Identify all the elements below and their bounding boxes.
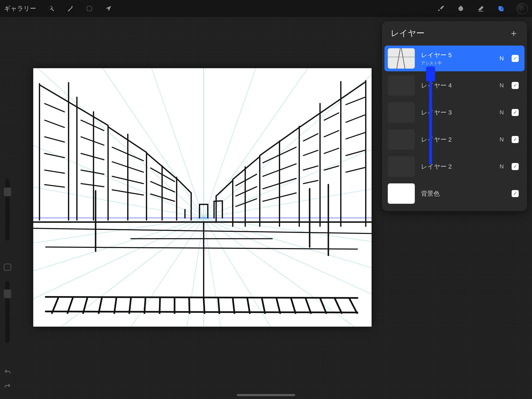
- undo-button[interactable]: [4, 369, 11, 377]
- svg-line-80: [145, 298, 146, 313]
- layer-name-label: レイヤー 4: [421, 81, 492, 90]
- layer-assist-label: アシスト中: [421, 60, 492, 66]
- left-sidebar: [1, 179, 14, 343]
- wrench-icon[interactable]: [47, 4, 55, 13]
- layers-icon[interactable]: [497, 4, 505, 13]
- gallery-button[interactable]: ギャラリー: [4, 4, 36, 13]
- layer-thumbnail[interactable]: [388, 75, 415, 96]
- brush-icon[interactable]: [437, 4, 445, 13]
- redo-button[interactable]: [4, 383, 11, 391]
- brush-size-slider[interactable]: [5, 179, 10, 241]
- layer-row[interactable]: レイヤー 5アシスト中N✓: [385, 45, 525, 71]
- layers-panel: レイヤー ＋ レイヤー 5アシスト中N✓レイヤー 4N✓レイヤー 3N✓レイヤー…: [382, 21, 527, 211]
- layer-meta: レイヤー 2: [421, 162, 492, 171]
- home-indicator: [237, 394, 295, 396]
- toolbar-right-group: [437, 3, 528, 14]
- svg-rect-0: [33, 68, 372, 327]
- eraser-icon[interactable]: [477, 4, 485, 13]
- layer-row[interactable]: レイヤー 2N✓: [385, 154, 525, 180]
- layer-row[interactable]: レイヤー 3N✓: [385, 100, 525, 125]
- undo-redo-group: [1, 369, 14, 391]
- layer-meta: 背景色: [421, 189, 492, 198]
- layers-panel-title: レイヤー: [391, 27, 424, 39]
- layer-meta: レイヤー 2: [421, 135, 492, 144]
- canvas[interactable]: [33, 68, 372, 327]
- svg-line-81: [160, 298, 160, 313]
- layer-visibility-checkbox[interactable]: ✓: [512, 55, 519, 62]
- layer-thumbnail[interactable]: [388, 129, 415, 150]
- layer-meta: レイヤー 4: [421, 81, 492, 90]
- layers-list: レイヤー 5アシスト中N✓レイヤー 4N✓レイヤー 3N✓レイヤー 2N✓レイヤ…: [382, 45, 527, 211]
- modifier-button[interactable]: [4, 264, 11, 271]
- smudge-icon[interactable]: [457, 4, 465, 13]
- svg-line-83: [189, 298, 190, 313]
- layer-row[interactable]: レイヤー 2N✓: [385, 127, 525, 152]
- layer-row[interactable]: レイヤー 4N✓: [385, 73, 525, 98]
- layer-visibility-checkbox[interactable]: ✓: [512, 136, 519, 143]
- layer-visibility-checkbox[interactable]: ✓: [512, 82, 519, 89]
- layer-thumbnail[interactable]: [388, 156, 415, 177]
- add-layer-button[interactable]: ＋: [509, 27, 518, 39]
- layer-row[interactable]: 背景色✓: [385, 181, 525, 206]
- brush-opacity-thumb[interactable]: [4, 290, 11, 298]
- layer-meta: レイヤー 3: [421, 108, 492, 117]
- svg-line-84: [204, 298, 204, 313]
- layer-blend-mode[interactable]: N: [498, 109, 505, 116]
- wand-icon[interactable]: [66, 4, 74, 13]
- layer-name-label: レイヤー 5: [421, 51, 492, 59]
- layer-blend-mode[interactable]: N: [498, 82, 505, 89]
- brush-opacity-slider[interactable]: [5, 281, 10, 343]
- svg-line-72: [46, 297, 357, 298]
- transform-arrow-icon[interactable]: [104, 4, 113, 13]
- layer-thumbnail[interactable]: [388, 102, 415, 123]
- selection-icon[interactable]: [85, 4, 94, 13]
- layer-visibility-checkbox[interactable]: ✓: [512, 190, 519, 197]
- layer-blend-mode[interactable]: N: [498, 55, 505, 62]
- layer-name-label: レイヤー 3: [421, 108, 492, 117]
- toolbar-left-group: ギャラリー: [4, 4, 113, 13]
- layer-name-label: 背景色: [421, 189, 492, 198]
- color-picker-chip[interactable]: [517, 3, 528, 14]
- layer-thumbnail[interactable]: [388, 48, 415, 69]
- layer-blend-mode[interactable]: N: [498, 163, 505, 170]
- brush-size-thumb[interactable]: [4, 187, 11, 196]
- layer-name-label: レイヤー 2: [421, 162, 492, 171]
- layer-visibility-checkbox[interactable]: ✓: [512, 163, 519, 170]
- layer-visibility-checkbox[interactable]: ✓: [512, 109, 519, 116]
- layer-thumbnail[interactable]: [388, 183, 415, 204]
- layer-blend-mode[interactable]: N: [498, 136, 505, 143]
- top-toolbar: ギャラリー: [0, 0, 532, 17]
- layer-meta: レイヤー 5アシスト中: [421, 51, 492, 66]
- layer-name-label: レイヤー 2: [421, 135, 492, 144]
- layers-panel-header: レイヤー ＋: [382, 21, 527, 45]
